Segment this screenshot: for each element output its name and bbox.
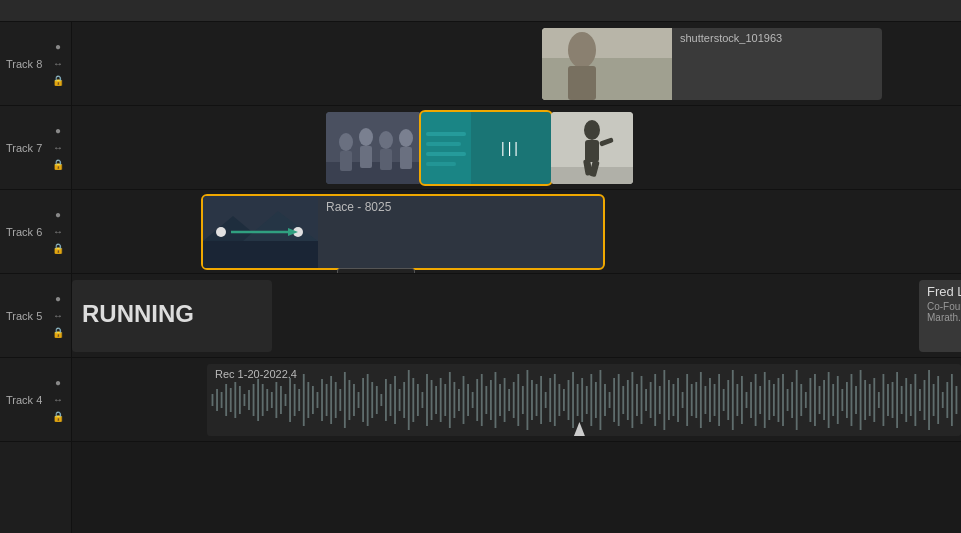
svg-rect-103 (522, 386, 524, 414)
link-icon-8[interactable]: ↔ (51, 57, 65, 71)
svg-rect-126 (627, 380, 629, 420)
running-left-thumb (326, 112, 421, 184)
svg-rect-11 (380, 149, 392, 170)
svg-rect-18 (426, 162, 456, 166)
svg-rect-143 (704, 386, 706, 414)
svg-rect-111 (558, 384, 560, 416)
eye-icon-5[interactable]: ● (51, 292, 65, 306)
svg-rect-133 (659, 386, 661, 414)
svg-rect-154 (755, 374, 757, 426)
link-icon-7[interactable]: ↔ (51, 141, 65, 155)
svg-rect-167 (814, 374, 816, 426)
track-labels: Track 8 ● ↔ 🔒 Track 7 ● ↔ 🔒 Track 6 (0, 22, 72, 533)
svg-rect-100 (508, 389, 510, 411)
track-row-7: ||| (72, 106, 961, 190)
fred-lebo-content: Fred Lebow Co-Founder NYC Marath... (919, 280, 961, 352)
shutterstock-label: shutterstock_101963 (672, 28, 790, 100)
track-label-6: Track 6 ● ↔ 🔒 (0, 190, 71, 274)
svg-rect-121 (604, 384, 606, 416)
svg-rect-106 (536, 384, 538, 416)
race-label: Race - 8025 (326, 200, 391, 214)
svg-rect-153 (750, 382, 752, 418)
svg-rect-113 (568, 380, 570, 420)
eye-icon-7[interactable]: ● (51, 124, 65, 138)
lock-icon-6[interactable]: 🔒 (51, 242, 65, 256)
svg-rect-56 (307, 382, 309, 418)
timeline-area: Track 8 ● ↔ 🔒 Track 7 ● ↔ 🔒 Track 6 (0, 22, 961, 533)
eye-icon-8[interactable]: ● (51, 40, 65, 54)
svg-rect-131 (650, 382, 652, 418)
svg-rect-16 (426, 142, 461, 146)
svg-rect-85 (440, 378, 442, 422)
svg-rect-37 (221, 392, 223, 408)
svg-rect-94 (481, 374, 483, 426)
svg-rect-169 (823, 380, 825, 420)
svg-rect-182 (882, 374, 884, 426)
svg-rect-83 (431, 380, 433, 420)
svg-rect-171 (832, 384, 834, 416)
shutterstock-clip[interactable]: shutterstock_101963 (542, 28, 882, 100)
svg-rect-96 (490, 380, 492, 420)
track-row-8: shutterstock_101963 (72, 22, 961, 106)
eye-icon-4[interactable]: ● (51, 376, 65, 390)
running-text-clip[interactable]: RUNNING (72, 280, 272, 352)
svg-rect-125 (622, 386, 624, 414)
svg-rect-54 (298, 389, 300, 411)
link-icon-4[interactable]: ↔ (51, 393, 65, 407)
svg-rect-119 (595, 382, 597, 418)
svg-rect-27 (203, 241, 318, 268)
svg-rect-160 (782, 374, 784, 426)
svg-rect-170 (828, 372, 830, 428)
app-container: Track 8 ● ↔ 🔒 Track 7 ● ↔ 🔒 Track 6 (0, 0, 961, 533)
svg-rect-62 (335, 382, 337, 418)
waveform-svg (207, 364, 961, 436)
svg-point-21 (584, 120, 600, 140)
svg-rect-58 (317, 392, 319, 408)
link-icon-5[interactable]: ↔ (51, 309, 65, 323)
audio-clip[interactable]: Rec 1-20-2022.4 (207, 364, 961, 436)
teal-thumb (421, 112, 471, 184)
svg-rect-86 (444, 384, 446, 416)
svg-rect-91 (467, 384, 469, 416)
svg-rect-135 (668, 380, 670, 420)
lock-icon-5[interactable]: 🔒 (51, 326, 65, 340)
svg-rect-98 (499, 384, 501, 416)
svg-rect-177 (860, 370, 862, 430)
svg-rect-158 (773, 384, 775, 416)
lock-icon-7[interactable]: 🔒 (51, 158, 65, 172)
svg-rect-194 (937, 376, 939, 424)
svg-rect-156 (764, 372, 766, 428)
svg-rect-78 (408, 370, 410, 430)
svg-rect-198 (956, 386, 958, 414)
svg-rect-99 (504, 378, 506, 422)
lock-icon-8[interactable]: 🔒 (51, 74, 65, 88)
svg-rect-70 (371, 382, 373, 418)
link-icon-6[interactable]: ↔ (51, 225, 65, 239)
race-thumb (203, 196, 318, 268)
svg-rect-101 (513, 382, 515, 418)
svg-rect-192 (928, 370, 930, 430)
track-row-5: RUNNING Fred Lebow Co-Founder NYC Marath… (72, 274, 961, 358)
eye-icon-6[interactable]: ● (51, 208, 65, 222)
svg-rect-151 (741, 376, 743, 424)
svg-rect-93 (476, 379, 478, 421)
svg-rect-59 (321, 379, 323, 421)
lock-icon-4[interactable]: 🔒 (51, 410, 65, 424)
race-clip[interactable]: Race - 8025 (203, 196, 603, 268)
svg-rect-148 (727, 380, 729, 420)
svg-rect-38 (225, 384, 227, 416)
svg-rect-129 (641, 376, 643, 424)
svg-rect-146 (718, 374, 720, 426)
running-left-clip[interactable] (326, 112, 421, 184)
teal-clip[interactable]: ||| (421, 112, 551, 184)
svg-rect-141 (695, 382, 697, 418)
svg-rect-81 (422, 392, 424, 408)
shutterstock-thumb (542, 28, 672, 100)
svg-rect-186 (901, 386, 903, 414)
svg-rect-75 (394, 376, 396, 424)
fred-lebo-clip[interactable]: Fred Lebow Co-Founder NYC Marath... (919, 280, 961, 352)
svg-rect-22 (585, 140, 599, 162)
svg-rect-14 (421, 112, 471, 184)
runner-right-clip[interactable] (551, 112, 633, 184)
svg-rect-50 (280, 386, 282, 414)
